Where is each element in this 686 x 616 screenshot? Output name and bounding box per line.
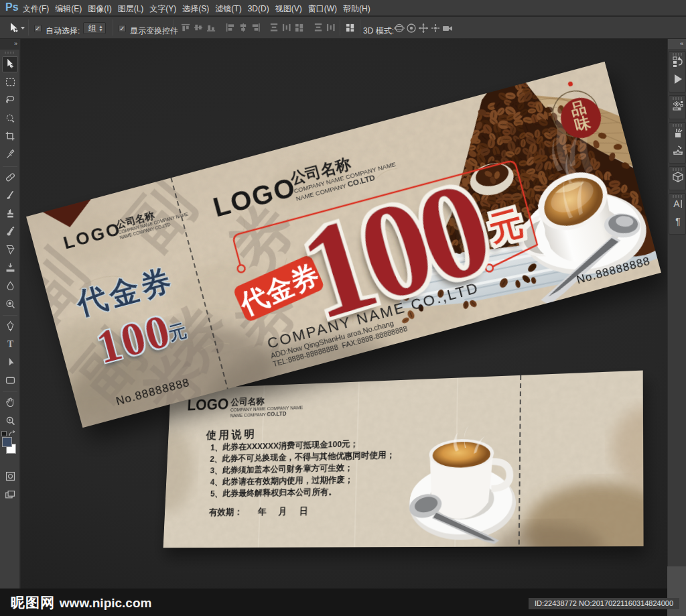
svg-text:5、此券最终解释权归本公司所有。: 5、此券最终解释权归本公司所有。 xyxy=(210,487,337,498)
svg-text:LOGO: LOGO xyxy=(187,396,229,414)
svg-text:使用说明: 使用说明 xyxy=(205,428,257,441)
svg-text:有效期：: 有效期： xyxy=(208,507,243,517)
svg-text:¶: ¶ xyxy=(675,216,681,227)
svg-text:A: A xyxy=(673,198,680,209)
svg-text:年月日: 年月日 xyxy=(257,506,320,517)
svg-text:T: T xyxy=(7,339,13,349)
